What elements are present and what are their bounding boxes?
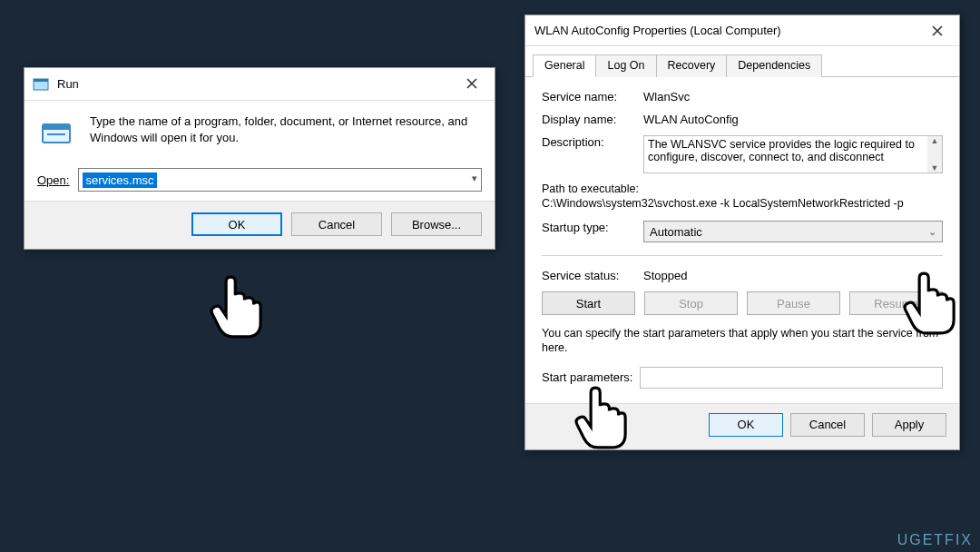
run-titlebar[interactable]: Run [24,68,495,101]
properties-body: Service name: WlanSvc Display name: WLAN… [525,77,959,403]
run-title-text: Run [57,77,79,91]
startup-type-select[interactable]: Automatic ⌄ [643,221,943,242]
path-label: Path to executable: [542,182,943,195]
divider [542,255,943,256]
start-params-input[interactable] [640,367,943,389]
run-big-icon [37,113,77,153]
pause-button: Pause [747,291,840,315]
start-params-hint: You can specify the start parameters tha… [542,326,943,356]
svg-rect-3 [43,124,70,130]
properties-titlebar[interactable]: WLAN AutoConfig Properties (Local Comput… [525,15,959,46]
service-control-buttons: Start Stop Pause Resume [542,291,943,315]
svg-rect-4 [47,133,65,135]
ok-button[interactable]: OK [709,413,783,437]
properties-button-bar: OK Cancel Apply [525,403,959,449]
display-name-label: Display name: [542,113,643,126]
run-dialog: Run Type the name of a program, folder, … [24,67,495,250]
tab-general[interactable]: General [533,54,596,77]
close-icon[interactable] [921,19,954,43]
start-params-label: Start parameters: [542,370,632,384]
cancel-button[interactable]: Cancel [790,413,865,437]
tab-recovery[interactable]: Recovery [656,54,728,77]
open-label: Open: [37,173,69,187]
resume-button: Resume [849,291,943,315]
description-text: The WLANSVC service provides the logic r… [648,138,915,163]
run-body: Type the name of a program, folder, docu… [24,101,495,201]
path-value: C:\Windows\system32\svchost.exe -k Local… [542,197,943,210]
service-status-label: Service status: [542,269,643,282]
close-icon[interactable] [453,70,491,97]
tab-strip: General Log On Recovery Dependencies [525,46,959,77]
tab-dependencies[interactable]: Dependencies [726,54,822,77]
browse-button[interactable]: Browse... [391,212,482,236]
cursor-icon [205,272,263,341]
run-icon [32,75,50,94]
properties-dialog: WLAN AutoConfig Properties (Local Comput… [524,15,960,450]
open-value: services.msc [83,172,156,188]
chevron-down-icon[interactable]: ⌄ [928,226,936,238]
stop-button: Stop [644,291,738,315]
service-status-value: Stopped [643,269,943,282]
tab-log-on[interactable]: Log On [595,54,656,77]
ok-button[interactable]: OK [191,212,282,236]
scrollbar[interactable]: ▲▼ [927,136,942,172]
service-name-value: WlanSvc [643,90,943,104]
start-button[interactable]: Start [542,291,635,315]
description-label: Description: [542,135,643,149]
apply-button[interactable]: Apply [872,413,946,437]
startup-type-label: Startup type: [542,221,643,234]
run-message: Type the name of a program, folder, docu… [90,113,482,145]
svg-rect-1 [34,79,48,82]
display-name-value: WLAN AutoConfig [643,113,943,126]
watermark: UGETFIX [897,532,973,548]
startup-type-value: Automatic [650,225,702,239]
open-combobox[interactable]: services.msc ▾ [78,168,482,192]
service-name-label: Service name: [542,90,643,104]
run-button-bar: OK Cancel Browse... [24,201,495,249]
chevron-down-icon[interactable]: ▾ [472,172,477,184]
description-box[interactable]: The WLANSVC service provides the logic r… [643,135,943,173]
properties-title-text: WLAN AutoConfig Properties (Local Comput… [534,24,781,37]
cancel-button[interactable]: Cancel [291,212,382,236]
